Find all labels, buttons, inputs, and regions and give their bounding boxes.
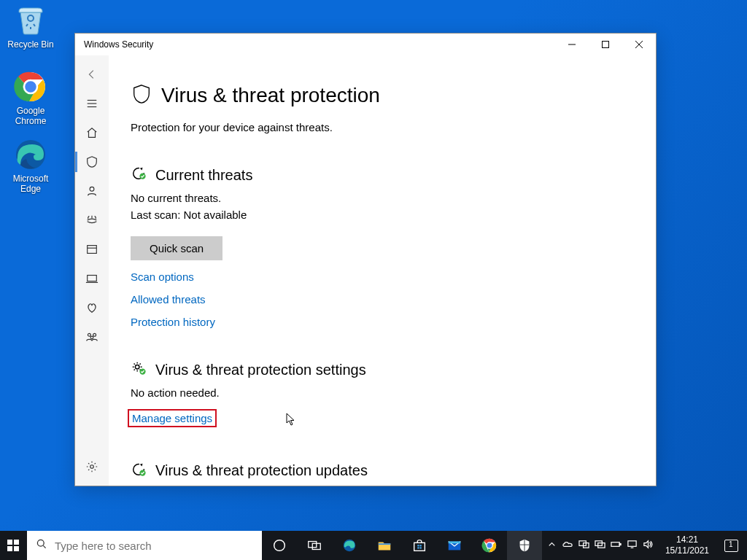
svg-rect-27 [14,546,19,551]
svg-rect-49 [611,542,619,547]
nav-rail [75,55,109,486]
svg-rect-38 [417,547,419,548]
svg-rect-41 [449,542,461,544]
svg-rect-12 [88,246,97,254]
taskbar-store[interactable] [402,531,437,560]
windows-security-window: Windows Security Virus & threat p [74,33,657,486]
page-title: Virus & threat protection [161,84,380,107]
scan-icon [131,166,147,184]
current-threats-section: Current threats No current threats. Last… [131,166,638,328]
search-icon [36,538,47,553]
shield-icon [131,83,152,108]
svg-point-21 [135,365,139,369]
nav-settings[interactable] [75,452,109,481]
nav-device-security[interactable] [75,264,109,293]
start-button[interactable] [0,531,27,560]
maximize-button[interactable] [589,34,622,55]
tray-onedrive-icon[interactable] [562,539,573,552]
tray-volume-icon[interactable] [643,539,654,552]
svg-rect-25 [14,540,19,545]
nav-device-performance[interactable] [75,293,109,322]
svg-point-17 [93,333,96,336]
taskbar-notifications[interactable] [715,540,747,552]
taskbar-mail[interactable] [437,531,472,560]
page-subtitle: Protection for your device against threa… [131,121,638,133]
protection-history-link[interactable]: Protection history [131,316,638,328]
taskbar-cortana[interactable] [262,531,297,560]
minimize-button[interactable] [555,34,589,55]
svg-rect-51 [628,541,636,547]
quick-scan-button[interactable]: Quick scan [131,236,222,260]
system-tray[interactable] [542,539,659,552]
nav-firewall[interactable] [75,206,109,235]
content-pane: Virus & threat protection Protection for… [109,55,656,486]
tray-inputsw-icon[interactable] [595,539,605,552]
section-title: Current threats [155,167,252,184]
clock-date: 15/11/2021 [665,545,709,556]
svg-point-28 [37,540,44,546]
scan-options-link[interactable]: Scan options [131,271,638,283]
taskbar-chrome[interactable] [472,531,507,560]
settings-status: No action needed. [131,385,638,402]
svg-point-30 [274,540,285,551]
back-button[interactable] [75,60,109,89]
chrome-icon [13,69,48,104]
tray-display-icon[interactable] [578,539,589,552]
taskbar-edge[interactable] [332,531,367,560]
tray-overflow-icon[interactable] [546,539,557,552]
protection-updates-section: Virus & threat protection updates [131,462,638,481]
svg-point-11 [90,187,94,191]
svg-rect-37 [419,545,421,546]
svg-rect-14 [88,276,97,281]
nav-family[interactable] [75,322,109,351]
svg-point-18 [90,336,93,339]
nav-account[interactable] [75,176,109,206]
taskbar-search[interactable] [27,531,262,560]
threats-status-line1: No current threats. [131,190,638,207]
protection-settings-section: Virus & threat protection settings No ac… [131,360,638,425]
svg-rect-50 [619,544,621,545]
allowed-threats-link[interactable]: Allowed threats [131,293,638,306]
taskbar-windows-security[interactable] [507,531,542,560]
clock-time: 14:21 [665,534,709,545]
svg-rect-24 [7,540,12,545]
desktop-icon-microsoft-edge[interactable]: Microsoft Edge [3,137,58,195]
svg-rect-35 [414,542,425,551]
svg-rect-5 [603,42,609,48]
desktop-icon-google-chrome[interactable]: Google Chrome [3,69,58,127]
taskbar-task-view[interactable] [297,531,332,560]
threats-status-line2: Last scan: Not available [131,207,638,224]
desktop-label: Microsoft Edge [3,174,58,195]
section-title: Virus & threat protection updates [155,462,368,479]
tray-battery-icon[interactable] [611,539,622,552]
svg-line-29 [43,545,45,548]
taskbar-file-explorer[interactable] [367,531,402,560]
svg-point-19 [90,465,94,469]
svg-rect-39 [419,547,421,548]
edge-icon [13,137,48,172]
taskbar: 14:21 15/11/2021 [0,531,747,560]
notification-icon [724,540,738,552]
desktop-label: Google Chrome [3,106,58,127]
taskbar-clock[interactable]: 14:21 15/11/2021 [659,534,715,556]
nav-home[interactable] [75,118,109,147]
nav-virus-threat[interactable] [75,147,109,176]
svg-rect-26 [7,546,12,551]
close-button[interactable] [622,34,656,55]
svg-rect-36 [417,545,419,546]
search-input[interactable] [55,540,253,552]
recycle-bin-icon [13,2,48,37]
settings-gear-icon [131,360,147,379]
svg-point-16 [88,333,90,336]
section-title: Virus & threat protection settings [155,362,366,378]
desktop-icon-recycle-bin[interactable]: Recycle Bin [3,2,58,50]
tray-network-icon[interactable] [627,539,638,552]
nav-app-browser[interactable] [75,235,109,264]
window-title: Windows Security [84,39,153,50]
titlebar[interactable]: Windows Security [75,34,656,55]
svg-rect-34 [379,543,391,545]
manage-settings-link[interactable]: Manage settings [131,412,214,424]
desktop-label: Recycle Bin [3,39,58,50]
hamburger-button[interactable] [75,89,109,118]
update-icon [131,462,147,481]
